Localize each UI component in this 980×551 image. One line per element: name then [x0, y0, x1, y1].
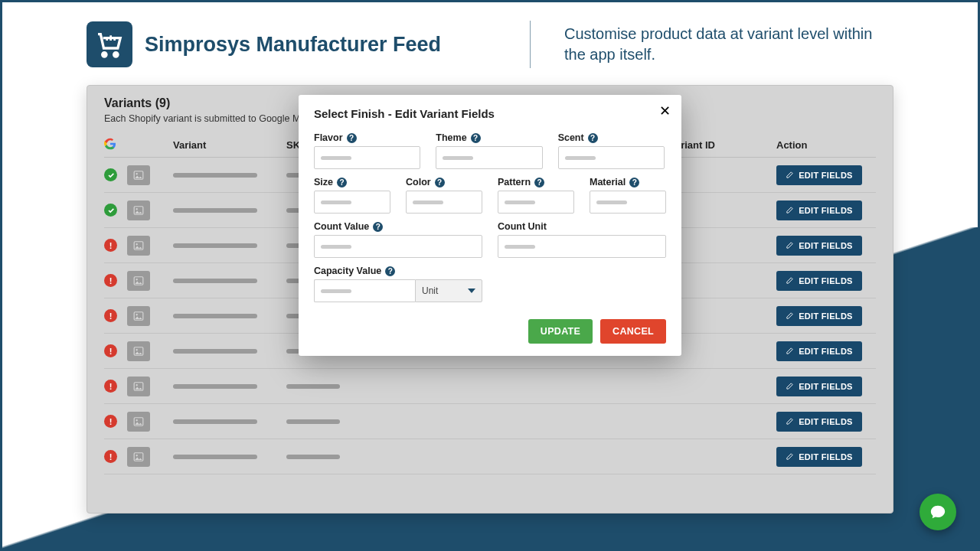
flavor-input[interactable]: [314, 146, 420, 169]
variant-name-placeholder: [173, 349, 257, 354]
variant-name-placeholder: [173, 419, 257, 424]
edit-fields-button[interactable]: EDIT FIELDS: [776, 306, 862, 326]
edit-fields-button[interactable]: EDIT FIELDS: [776, 377, 862, 396]
size-label: Size: [314, 177, 333, 187]
col-action: Action: [776, 139, 876, 151]
marketing-header: Simprosys Manufacturer Feed Customise pr…: [2, 2, 978, 82]
status-badge: !: [104, 344, 117, 357]
variant-thumbnail: [127, 341, 150, 361]
count-unit-input[interactable]: [498, 235, 666, 258]
scent-input[interactable]: [558, 146, 665, 169]
status-badge: !: [104, 309, 117, 322]
variant-name-placeholder: [173, 208, 257, 213]
pencil-icon: [786, 276, 794, 285]
svg-point-1: [114, 53, 118, 57]
help-icon[interactable]: ?: [337, 178, 347, 187]
pencil-icon: [786, 241, 794, 249]
status-badge: !: [104, 450, 117, 463]
variant-thumbnail: [127, 412, 150, 432]
scent-label: Scent: [558, 132, 584, 143]
modal-close-button[interactable]: ✕: [659, 104, 671, 118]
pencil-icon: [786, 311, 794, 320]
pencil-icon: [786, 171, 794, 179]
sku-placeholder: [286, 455, 340, 459]
material-label: Material: [590, 177, 626, 187]
variant-thumbnail: [127, 236, 150, 256]
svg-point-11: [136, 314, 138, 315]
material-input[interactable]: [590, 191, 666, 214]
help-icon[interactable]: ?: [385, 266, 395, 276]
pattern-input[interactable]: [498, 191, 574, 214]
svg-point-15: [136, 384, 138, 386]
svg-point-17: [136, 419, 138, 421]
variant-name-placeholder: [173, 173, 257, 178]
chevron-down-icon: [468, 289, 475, 293]
status-badge: !: [104, 239, 117, 252]
variant-thumbnail: [127, 377, 150, 396]
update-button[interactable]: UPDATE: [528, 319, 593, 344]
svg-point-19: [136, 455, 138, 456]
pencil-icon: [786, 417, 794, 425]
svg-point-3: [136, 173, 138, 174]
color-label: Color: [406, 177, 431, 187]
edit-fields-button[interactable]: EDIT FIELDS: [776, 165, 862, 185]
help-icon[interactable]: ?: [629, 178, 639, 187]
pencil-icon: [786, 452, 794, 461]
edit-fields-button[interactable]: EDIT FIELDS: [776, 201, 862, 220]
variant-name-placeholder: [173, 384, 257, 389]
brand-logo: [87, 21, 132, 67]
theme-input[interactable]: [436, 146, 542, 169]
svg-point-0: [103, 53, 106, 57]
count-value-input[interactable]: [314, 235, 482, 258]
modal-title: Select Finish - Edit Variant Fields: [314, 107, 666, 120]
variant-name-placeholder: [173, 243, 257, 248]
chat-bubble-icon: [929, 504, 946, 520]
svg-point-9: [136, 279, 138, 280]
help-icon[interactable]: ?: [588, 133, 598, 143]
table-row: !EDIT FIELDS: [104, 369, 876, 404]
variant-thumbnail: [127, 447, 150, 467]
count-unit-label: Count Unit: [498, 221, 547, 232]
edit-fields-button[interactable]: EDIT FIELDS: [776, 412, 862, 432]
status-badge: !: [104, 415, 117, 428]
col-google-status: [104, 138, 127, 152]
svg-point-7: [136, 243, 138, 245]
col-variant: Variant: [173, 139, 286, 151]
help-icon[interactable]: ?: [534, 178, 544, 187]
edit-fields-button[interactable]: EDIT FIELDS: [776, 271, 862, 291]
header-divider: [530, 21, 531, 68]
sku-placeholder: [286, 419, 340, 424]
variant-thumbnail: [127, 165, 150, 185]
variant-name-placeholder: [173, 455, 257, 459]
count-value-label: Count Value: [314, 221, 369, 232]
variants-card: Variants (9) Each Shopify variant is sub…: [87, 85, 893, 514]
size-input[interactable]: [314, 191, 390, 214]
svg-point-13: [136, 349, 138, 350]
capacity-unit-select[interactable]: Unit: [415, 279, 482, 302]
marketing-tagline: Customise product data at variant level …: [564, 24, 893, 65]
help-icon[interactable]: ?: [471, 133, 481, 143]
edit-fields-button[interactable]: EDIT FIELDS: [776, 447, 862, 467]
color-input[interactable]: [406, 191, 482, 214]
cancel-button[interactable]: CANCEL: [600, 319, 666, 344]
variant-thumbnail: [127, 271, 150, 291]
status-badge: [104, 168, 117, 181]
flavor-label: Flavor: [314, 132, 343, 143]
chat-fab[interactable]: [920, 494, 956, 530]
help-icon[interactable]: ?: [373, 222, 383, 232]
edit-fields-button[interactable]: EDIT FIELDS: [776, 341, 862, 361]
variant-thumbnail: [127, 201, 150, 220]
svg-point-5: [136, 208, 138, 210]
variant-name-placeholder: [173, 279, 257, 283]
table-row: !EDIT FIELDS: [104, 404, 876, 439]
brand-title: Simprosys Manufacturer Feed: [145, 33, 441, 57]
pattern-label: Pattern: [498, 177, 531, 187]
help-icon[interactable]: ?: [347, 133, 357, 143]
status-badge: !: [104, 380, 117, 393]
help-icon[interactable]: ?: [435, 178, 445, 187]
edit-variant-modal: Select Finish - Edit Variant Fields ✕ Fl…: [299, 95, 681, 356]
capacity-value-input[interactable]: [314, 279, 415, 302]
edit-fields-button[interactable]: EDIT FIELDS: [776, 236, 862, 256]
variant-name-placeholder: [173, 314, 257, 318]
pencil-icon: [786, 382, 794, 390]
